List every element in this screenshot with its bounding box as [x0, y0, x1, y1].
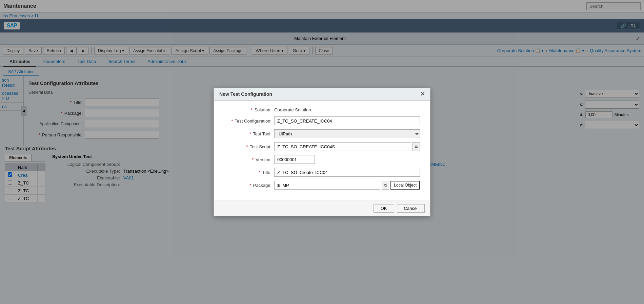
modal-ok-button[interactable]: OK — [374, 204, 394, 207]
modal-overlay: New Test Configuration ✕ * Solution: Cor… — [0, 0, 644, 207]
modal-test-script-row: * Test Script: ⧉ — [224, 142, 420, 151]
modal-body: * Solution: Corporate Solution * Test Co… — [214, 101, 430, 200]
modal-test-script-copy-button[interactable]: ⧉ — [412, 142, 420, 151]
modal-test-tool-label: * Test Tool: — [224, 131, 271, 136]
modal-package-input[interactable] — [274, 181, 380, 190]
modal-version-label: * Version: — [224, 157, 271, 162]
modal-package-input-area: ⧉ Local Object — [274, 181, 420, 190]
modal-test-config-label: * Test Configuration: — [224, 118, 271, 124]
modal-test-config-row: * Test Configuration: — [224, 116, 420, 125]
modal-version-row: * Version: — [224, 155, 420, 164]
modal-title-label: * Title: — [224, 170, 271, 175]
modal-test-tool-select[interactable]: UiPath — [274, 129, 420, 138]
modal-test-tool-row: * Test Tool: UiPath — [224, 129, 420, 138]
modal-solution-label: * Solution: — [224, 107, 271, 112]
modal-package-label: * Package: — [224, 183, 271, 188]
modal-test-config-input[interactable] — [274, 116, 420, 125]
modal-test-tool-select-wrapper: UiPath — [274, 129, 420, 138]
modal-package-copy-button[interactable]: ⧉ — [382, 181, 389, 190]
modal-cancel-button[interactable]: Cancel — [397, 204, 425, 207]
modal-title-input[interactable] — [274, 168, 420, 177]
modal-version-input[interactable] — [274, 155, 315, 164]
modal-local-object-button[interactable]: Local Object — [390, 181, 420, 190]
modal-footer: OK Cancel — [214, 200, 430, 207]
modal-test-script-input-area: ⧉ — [274, 142, 420, 151]
modal-package-row: * Package: ⧉ Local Object — [224, 181, 420, 190]
modal-test-script-label: * Test Script: — [224, 144, 271, 149]
modal-solution-value: Corporate Solution — [274, 107, 311, 112]
modal-test-script-input[interactable] — [274, 142, 411, 151]
modal-header: New Test Configuration ✕ — [214, 88, 430, 101]
new-test-config-modal: New Test Configuration ✕ * Solution: Cor… — [214, 88, 430, 207]
modal-title: New Test Configuration — [219, 91, 272, 97]
modal-solution-row: * Solution: Corporate Solution — [224, 107, 420, 112]
modal-close-button[interactable]: ✕ — [420, 91, 425, 97]
modal-title-row: * Title: — [224, 168, 420, 177]
